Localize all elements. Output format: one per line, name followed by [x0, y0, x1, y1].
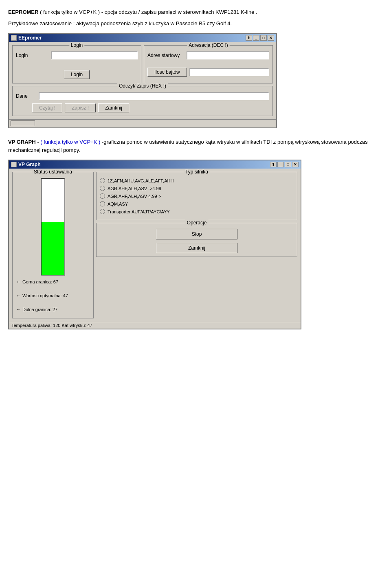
- radio-label-3: AQM,ASY: [108, 202, 128, 206]
- vpgraph-status-text: Temperatura paliwa: 120 Kat wtrysku: 47: [11, 323, 92, 328]
- zapisz-button[interactable]: Zapisz !: [65, 103, 96, 112]
- eepromer-dialog: EEpromer ⬆ _ □ ✕ Login Login Login: [8, 33, 277, 128]
- vpgraph-dialog-title: VP Graph: [18, 162, 40, 167]
- ilosc-row: Ilosc bajtów: [147, 68, 269, 77]
- adres-input[interactable]: [187, 51, 269, 59]
- login-label: Login: [16, 53, 48, 58]
- operacje-title: Operacje: [185, 220, 209, 226]
- dane-row: Dane: [16, 92, 269, 100]
- odczyt-group-title: Odczyt/ Zapis (HEX !): [117, 83, 168, 89]
- operacje-group: Operacje Stop Zamknij: [96, 223, 297, 257]
- vpgraph-zamknij-button[interactable]: Zamknij: [156, 243, 237, 253]
- login-group-title: Login: [69, 42, 84, 48]
- vpgraph-statusbar: Temperatura paliwa: 120 Kat wtrysku: 47: [9, 322, 301, 329]
- address-section: Adres startowy Ilosc bajtów: [147, 51, 269, 80]
- login-section: Login Login: [16, 51, 138, 79]
- stop-button[interactable]: Stop: [156, 229, 237, 239]
- eepromer-intro: EEPROMER ( funkcja tylko w VCP+K ) - opc…: [8, 8, 383, 16]
- login-button[interactable]: Login: [64, 70, 90, 79]
- radio-label-1: AGR,AHF,ALH,ASV ->4.99: [108, 186, 161, 191]
- radio-btn-2[interactable]: [100, 193, 105, 199]
- eepromer-close-btn[interactable]: ✕: [268, 35, 274, 41]
- vpgraph-maximize-btn[interactable]: □: [285, 162, 291, 167]
- login-row: Login: [16, 51, 138, 59]
- radio-btn-1[interactable]: [100, 186, 105, 191]
- typ-silnika-title: Typ silnika: [184, 169, 210, 175]
- dane-label: Dane: [16, 93, 36, 99]
- wartosc-optymalna-label: Wartosc optymalna: 47: [22, 293, 68, 298]
- vpgraph-main-content: Status ustawiania ← Gorna granica: 67 ← …: [9, 169, 301, 322]
- vpgraph-minimize-btn[interactable]: _: [277, 162, 284, 167]
- vpgraph-right-panel: Typ silnika 1Z,AFN,AHU,AVG,ALE,AFF,AHH A…: [96, 172, 297, 318]
- vpgraph-resize-btn[interactable]: ⬆: [270, 162, 277, 167]
- radio-label-0: 1Z,AFN,AHU,AVG,ALE,AFF,AHH: [108, 178, 174, 183]
- login-group: Login Login Login: [12, 45, 141, 83]
- dane-input[interactable]: [39, 92, 269, 100]
- vpgraph-titlebar[interactable]: VP Graph ⬆ _ □ ✕: [9, 160, 301, 169]
- radio-row-3: AQM,ASY: [100, 201, 294, 206]
- vpgraph-dialog-icon: [11, 162, 17, 167]
- dolna-arrow-icon: ←: [16, 307, 21, 312]
- eepromer-dialog-title: EEpromer: [18, 35, 42, 41]
- address-group: Adresacja (DEC !) Adres startowy Ilosc b…: [144, 45, 273, 83]
- eepromer-statusbar: [9, 119, 276, 127]
- eepromer-content: Login Login Login Adresacja (DEC !) Adr: [9, 42, 276, 119]
- eepromer-title: EEPROMER: [8, 9, 38, 15]
- vpgraph-intro: VP GRAPH - ( funkcja tylko w VCP+K ) -gr…: [8, 138, 383, 154]
- login-input[interactable]: [51, 51, 138, 59]
- eepromer-titlebar-left: EEpromer: [11, 35, 42, 41]
- eepromer-example: Przykładowe zastosowanie : aktywacja pod…: [8, 20, 383, 28]
- czytaj-button[interactable]: Czytaj !: [32, 103, 62, 112]
- eepromer-maximize-btn[interactable]: □: [260, 35, 267, 41]
- ilosc-input[interactable]: [189, 68, 269, 76]
- adres-label: Adres startowy: [147, 53, 184, 58]
- vpgraph-close-btn[interactable]: ✕: [292, 162, 299, 167]
- radio-btn-3[interactable]: [100, 201, 105, 206]
- dolna-granica-row: ← Dolna granica: 27: [16, 307, 90, 312]
- eepromer-titlebar[interactable]: EEpromer ⬆ _ □ ✕: [9, 34, 276, 42]
- odczyt-group: Odczyt/ Zapis (HEX !) Dane Czytaj ! Zapi…: [12, 86, 273, 116]
- eepromer-zamknij-button[interactable]: Zamknij: [98, 103, 129, 112]
- typ-silnika-group: Typ silnika 1Z,AFN,AHU,AVG,ALE,AFF,AHH A…: [96, 172, 297, 220]
- ilosc-button[interactable]: Ilosc bajtów: [147, 68, 187, 77]
- vpgraph-intro-blue: ( funkcja tylko w VCP+K ): [40, 139, 100, 145]
- wartosc-arrow-icon: ←: [16, 293, 21, 298]
- radio-label-2: AGR,AHF,ALH,ASV 4.99->: [108, 194, 161, 199]
- address-group-title: Adresacja (DEC !): [187, 42, 230, 48]
- vpgraph-title: VP GRAPH: [8, 139, 36, 145]
- gorna-arrow-icon: ←: [16, 279, 21, 285]
- radio-row-4: Transporter AUF/AJT/AYC/AYY: [100, 209, 294, 214]
- vpgraph-titlebar-left: VP Graph: [11, 162, 40, 167]
- vpgraph-titlebar-buttons: ⬆ _ □ ✕: [270, 162, 299, 167]
- gorna-granica-row: ← Gorna granica: 67: [16, 279, 90, 285]
- bar-chart: [41, 178, 65, 276]
- eepromer-resize-btn[interactable]: ⬆: [246, 35, 252, 41]
- eepromer-main-section: Login Login Login Adresacja (DEC !) Adr: [12, 45, 273, 83]
- vpgraph-dialog: VP Graph ⬆ _ □ ✕ Status ustawiania ← Gor…: [8, 160, 301, 329]
- radio-row-1: AGR,AHF,ALH,ASV ->4.99: [100, 186, 294, 191]
- wartosc-optymalna-row: ← Wartosc optymalna: 47: [16, 293, 90, 298]
- vpgraph-intro-dash: -: [36, 139, 41, 145]
- radio-btn-4[interactable]: [100, 209, 105, 214]
- gorna-granica-label: Gorna granica: 67: [22, 279, 58, 284]
- bar-fill: [42, 222, 64, 275]
- eepromer-titlebar-buttons: ⬆ _ □ ✕: [246, 35, 274, 41]
- dolna-granica-label: Dolna granica: 27: [22, 307, 57, 312]
- radio-btn-0[interactable]: [100, 178, 105, 183]
- eepromer-intro-text: ( funkcja tylko w VCP+K ) - opcja odczyt…: [38, 9, 257, 15]
- odczyt-buttons: Czytaj ! Zapisz ! Zamknij: [16, 103, 269, 112]
- eepromer-minimize-btn[interactable]: _: [253, 35, 259, 41]
- radio-row-0: 1Z,AFN,AHU,AVG,ALE,AFF,AHH: [100, 178, 294, 183]
- status-group-title: Status ustawiania: [32, 169, 74, 175]
- adres-row: Adres startowy: [147, 51, 269, 59]
- radio-row-2: AGR,AHF,ALH,ASV 4.99->: [100, 193, 294, 199]
- status-group: Status ustawiania ← Gorna granica: 67 ← …: [12, 172, 94, 318]
- radio-label-4: Transporter AUF/AJT/AYC/AYY: [108, 209, 170, 214]
- eepromer-dialog-icon: [11, 35, 17, 41]
